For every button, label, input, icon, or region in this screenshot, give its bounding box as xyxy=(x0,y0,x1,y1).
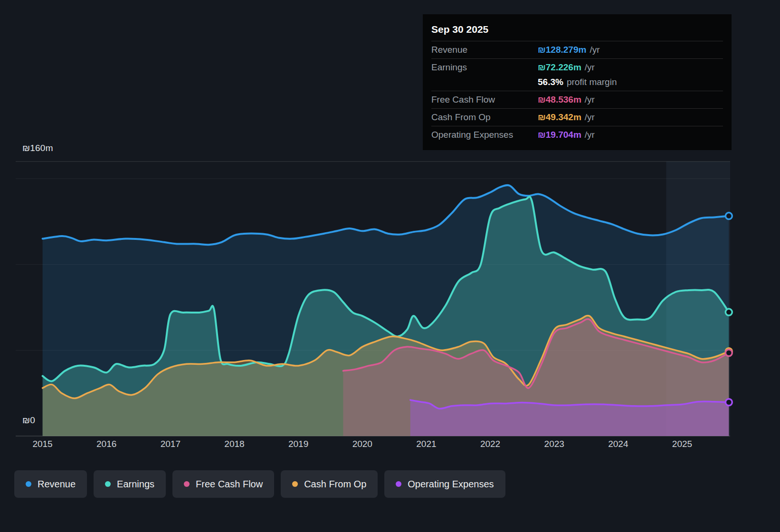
tooltip-row-value: ₪19.704m xyxy=(538,130,581,140)
legend-item-earnings[interactable]: Earnings xyxy=(94,470,166,498)
app-root: ₪160m ₪0 2015201620172018201920202021202… xyxy=(0,0,780,532)
tooltip-row-profit-margin: 56.3%profit margin xyxy=(431,76,723,91)
x-tick-2022: 2022 xyxy=(476,439,504,449)
legend-label: Revenue xyxy=(38,479,76,490)
endpoint-revenue xyxy=(725,213,732,219)
tooltip-row-suffix: /yr xyxy=(585,130,595,140)
x-tick-2017: 2017 xyxy=(156,439,185,449)
tooltip-row-value: ₪72.226m xyxy=(538,62,581,72)
legend-label: Free Cash Flow xyxy=(196,479,263,490)
x-tick-2020: 2020 xyxy=(348,439,377,449)
tooltip-row-value-group: ₪19.704m/yr xyxy=(538,130,723,140)
operating-expenses-dot-icon xyxy=(396,481,401,487)
tooltip-row-suffix: /yr xyxy=(585,112,595,122)
y-axis-max-label: ₪160m xyxy=(22,143,53,153)
legend-item-revenue[interactable]: Revenue xyxy=(14,470,87,498)
tooltip-date: Sep 30 2025 xyxy=(431,18,723,41)
x-tick-2015: 2015 xyxy=(29,439,57,449)
legend-item-free-cash-flow[interactable]: Free Cash Flow xyxy=(172,470,274,498)
tooltip-row-label: Revenue xyxy=(431,45,538,55)
tooltip-row-value-group: ₪128.279m/yr xyxy=(538,45,723,55)
tooltip-row-value: ₪48.536m xyxy=(538,95,581,104)
legend-item-cash-from-op[interactable]: Cash From Op xyxy=(281,470,378,498)
tooltip-row-value: 56.3% xyxy=(538,77,563,87)
revenue-dot-icon xyxy=(26,481,31,487)
tooltip-row-earnings: Earnings₪72.226m/yr xyxy=(431,58,723,76)
tooltip-row-revenue: Revenue₪128.279m/yr xyxy=(431,41,723,58)
x-tick-2016: 2016 xyxy=(92,439,121,449)
tooltip-row-value-group: ₪48.536m/yr xyxy=(538,95,723,105)
endpoint-earnings xyxy=(725,309,732,315)
tooltip-row-free-cash-flow: Free Cash Flow₪48.536m/yr xyxy=(431,91,723,108)
x-tick-2021: 2021 xyxy=(412,439,440,449)
y-axis-zero-label: ₪0 xyxy=(22,415,35,426)
tooltip-rows: Revenue₪128.279m/yrEarnings₪72.226m/yr56… xyxy=(431,41,723,143)
earnings-dot-icon xyxy=(105,481,111,487)
tooltip-row-suffix: /yr xyxy=(585,62,595,72)
legend-label: Operating Expenses xyxy=(408,479,494,490)
x-tick-2025: 2025 xyxy=(668,439,696,449)
tooltip-row-suffix: profit margin xyxy=(567,77,617,87)
x-tick-2018: 2018 xyxy=(220,439,248,449)
cash-from-op-dot-icon xyxy=(292,481,298,487)
tooltip-row-value: ₪128.279m xyxy=(538,45,586,55)
legend-label: Cash From Op xyxy=(304,479,366,490)
tooltip-row-cash-from-op: Cash From Op₪49.342m/yr xyxy=(431,108,723,126)
x-tick-2023: 2023 xyxy=(540,439,569,449)
tooltip-row-value-group: ₪49.342m/yr xyxy=(538,112,723,123)
x-tick-2024: 2024 xyxy=(604,439,632,449)
legend-item-operating-expenses[interactable]: Operating Expenses xyxy=(384,470,505,498)
x-tick-2019: 2019 xyxy=(284,439,313,449)
endpoint-operating-expenses xyxy=(725,399,732,406)
tooltip-row-value-group: ₪72.226m/yr xyxy=(538,62,723,73)
legend-label: Earnings xyxy=(117,479,154,490)
tooltip-row-value-group: 56.3%profit margin xyxy=(538,77,723,87)
endpoint-free-cash-flow xyxy=(725,350,732,356)
tooltip-row-label: Earnings xyxy=(431,62,538,73)
tooltip-row-value: ₪49.342m xyxy=(538,112,581,122)
tooltip-row-operating-expenses: Operating Expenses₪19.704m/yr xyxy=(431,126,723,143)
tooltip-row-label: Free Cash Flow xyxy=(431,95,538,105)
tooltip-row-suffix: /yr xyxy=(590,45,599,55)
tooltip-row-label: Operating Expenses xyxy=(431,130,538,140)
free-cash-flow-dot-icon xyxy=(184,481,190,487)
tooltip-row-label: Cash From Op xyxy=(431,112,538,123)
tooltip-row-suffix: /yr xyxy=(585,95,595,104)
tooltip-panel: Sep 30 2025 Revenue₪128.279m/yrEarnings₪… xyxy=(423,14,732,150)
x-axis: 2015201620172018201920202021202220232024… xyxy=(0,439,780,454)
legend: RevenueEarningsFree Cash FlowCash From O… xyxy=(14,470,505,498)
